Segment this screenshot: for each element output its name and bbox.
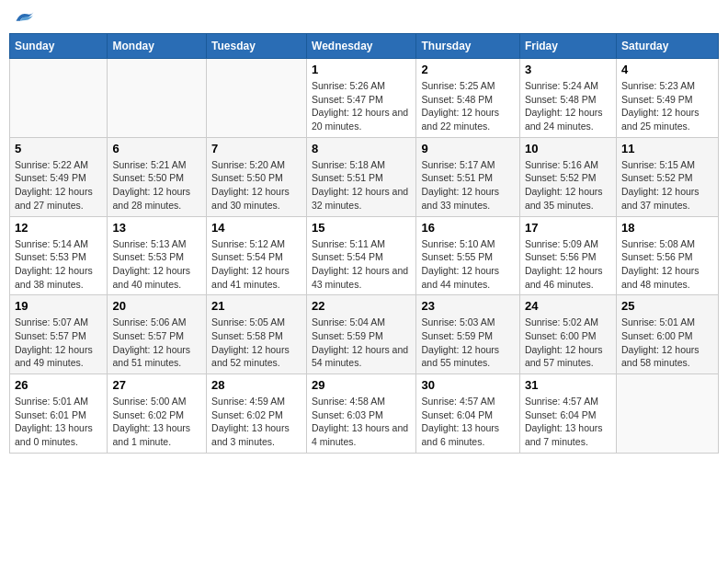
- sunrise-text: Sunrise: 4:57 AM: [525, 396, 598, 407]
- sunrise-text: Sunrise: 5:07 AM: [15, 316, 88, 327]
- sunrise-text: Sunrise: 5:15 AM: [621, 159, 695, 170]
- daylight-text: Daylight: 12 hours and 20 minutes.: [312, 107, 408, 132]
- calendar-cell: 5 Sunrise: 5:22 AM Sunset: 5:49 PM Dayli…: [10, 137, 108, 216]
- daylight-text: Daylight: 12 hours and 37 minutes.: [621, 186, 700, 211]
- daylight-text: Daylight: 12 hours and 32 minutes.: [312, 186, 408, 211]
- calendar-cell: 26 Sunrise: 5:01 AM Sunset: 6:01 PM Dayl…: [10, 374, 108, 454]
- sunrise-text: Sunrise: 5:09 AM: [525, 238, 598, 249]
- sunrise-text: Sunrise: 5:23 AM: [621, 80, 695, 91]
- day-info: Sunrise: 5:22 AM Sunset: 5:49 PM Dayligh…: [15, 158, 102, 213]
- day-number: 13: [112, 221, 201, 235]
- day-number: 7: [211, 142, 301, 155]
- day-info: Sunrise: 5:13 AM Sunset: 5:53 PM Dayligh…: [112, 237, 201, 292]
- calendar-cell: 11 Sunrise: 5:15 AM Sunset: 5:52 PM Dayl…: [616, 137, 718, 216]
- daylight-text: Daylight: 12 hours and 38 minutes.: [15, 265, 93, 290]
- calendar-cell: 27 Sunrise: 5:00 AM Sunset: 6:02 PM Dayl…: [108, 374, 207, 454]
- daylight-text: Daylight: 12 hours and 24 minutes.: [525, 107, 603, 132]
- calendar-cell: 9 Sunrise: 5:17 AM Sunset: 5:51 PM Dayli…: [416, 137, 519, 216]
- sunset-text: Sunset: 5:53 PM: [15, 251, 86, 262]
- sunset-text: Sunset: 5:59 PM: [312, 330, 383, 341]
- weekday-header-wednesday: Wednesday: [307, 34, 416, 59]
- calendar-cell: 24 Sunrise: 5:02 AM Sunset: 6:00 PM Dayl…: [519, 295, 616, 374]
- day-number: 9: [421, 142, 514, 155]
- day-info: Sunrise: 5:02 AM Sunset: 6:00 PM Dayligh…: [525, 316, 611, 370]
- sunset-text: Sunset: 6:04 PM: [421, 409, 493, 420]
- calendar-cell: 21 Sunrise: 5:05 AM Sunset: 5:58 PM Dayl…: [207, 295, 307, 374]
- sunrise-text: Sunrise: 5:08 AM: [621, 238, 695, 249]
- calendar-cell: 13 Sunrise: 5:13 AM Sunset: 5:53 PM Dayl…: [108, 216, 207, 295]
- daylight-text: Daylight: 12 hours and 40 minutes.: [112, 265, 190, 290]
- calendar-cell: [10, 59, 108, 138]
- sunrise-text: Sunrise: 5:11 AM: [312, 238, 385, 249]
- day-info: Sunrise: 4:57 AM Sunset: 6:04 PM Dayligh…: [525, 395, 611, 449]
- sunrise-text: Sunrise: 5:05 AM: [211, 316, 285, 327]
- day-info: Sunrise: 5:25 AM Sunset: 5:48 PM Dayligh…: [421, 79, 514, 133]
- day-number: 6: [112, 142, 201, 155]
- sunrise-text: Sunrise: 5:01 AM: [621, 316, 695, 327]
- sunset-text: Sunset: 6:02 PM: [211, 409, 283, 420]
- sunrise-text: Sunrise: 5:16 AM: [525, 159, 598, 170]
- day-number: 26: [15, 378, 102, 392]
- sunrise-text: Sunrise: 5:12 AM: [211, 238, 285, 249]
- sunset-text: Sunset: 5:54 PM: [312, 251, 383, 262]
- day-number: 17: [525, 221, 611, 235]
- daylight-text: Daylight: 13 hours and 4 minutes.: [312, 422, 408, 447]
- daylight-text: Daylight: 12 hours and 44 minutes.: [421, 265, 499, 290]
- sunset-text: Sunset: 6:00 PM: [621, 330, 693, 341]
- calendar-cell: 18 Sunrise: 5:08 AM Sunset: 5:56 PM Dayl…: [616, 216, 718, 295]
- sunrise-text: Sunrise: 5:01 AM: [15, 396, 88, 407]
- sunset-text: Sunset: 5:53 PM: [112, 251, 184, 262]
- sunrise-text: Sunrise: 5:25 AM: [421, 80, 495, 91]
- calendar-cell: 31 Sunrise: 4:57 AM Sunset: 6:04 PM Dayl…: [519, 374, 616, 454]
- day-number: 27: [112, 378, 201, 392]
- sunrise-text: Sunrise: 5:21 AM: [112, 159, 186, 170]
- sunset-text: Sunset: 6:00 PM: [525, 330, 597, 341]
- sunset-text: Sunset: 5:57 PM: [112, 330, 184, 341]
- daylight-text: Daylight: 12 hours and 51 minutes.: [112, 344, 190, 369]
- day-number: 11: [621, 142, 713, 155]
- calendar-cell: [616, 374, 718, 454]
- sunset-text: Sunset: 5:51 PM: [312, 172, 383, 183]
- day-info: Sunrise: 5:26 AM Sunset: 5:47 PM Dayligh…: [312, 79, 411, 133]
- calendar-cell: 16 Sunrise: 5:10 AM Sunset: 5:55 PM Dayl…: [416, 216, 519, 295]
- calendar-cell: 7 Sunrise: 5:20 AM Sunset: 5:50 PM Dayli…: [207, 137, 307, 216]
- day-info: Sunrise: 5:16 AM Sunset: 5:52 PM Dayligh…: [525, 158, 611, 213]
- day-number: 22: [312, 299, 411, 313]
- day-number: 21: [211, 299, 301, 313]
- logo: [13, 9, 35, 26]
- sunrise-text: Sunrise: 5:18 AM: [312, 159, 385, 170]
- sunset-text: Sunset: 5:51 PM: [421, 172, 493, 183]
- calendar-cell: 19 Sunrise: 5:07 AM Sunset: 5:57 PM Dayl…: [10, 295, 108, 374]
- day-number: 3: [525, 63, 611, 76]
- sunrise-text: Sunrise: 5:02 AM: [525, 316, 598, 327]
- day-info: Sunrise: 5:15 AM Sunset: 5:52 PM Dayligh…: [621, 158, 713, 213]
- daylight-text: Daylight: 13 hours and 6 minutes.: [421, 422, 499, 447]
- sunset-text: Sunset: 5:59 PM: [421, 330, 493, 341]
- day-info: Sunrise: 5:17 AM Sunset: 5:51 PM Dayligh…: [421, 158, 514, 213]
- day-info: Sunrise: 5:03 AM Sunset: 5:59 PM Dayligh…: [421, 316, 514, 370]
- calendar-cell: [108, 59, 207, 138]
- sunrise-text: Sunrise: 5:17 AM: [421, 159, 495, 170]
- day-info: Sunrise: 5:06 AM Sunset: 5:57 PM Dayligh…: [112, 316, 201, 370]
- day-number: 4: [621, 63, 713, 76]
- weekday-header-thursday: Thursday: [416, 34, 519, 59]
- page-header: [9, 9, 719, 26]
- logo-bird-icon: [15, 9, 35, 26]
- sunrise-text: Sunrise: 5:26 AM: [312, 80, 385, 91]
- day-number: 16: [421, 221, 514, 235]
- calendar-cell: 22 Sunrise: 5:04 AM Sunset: 5:59 PM Dayl…: [307, 295, 416, 374]
- calendar-cell: 3 Sunrise: 5:24 AM Sunset: 5:48 PM Dayli…: [519, 59, 616, 138]
- day-number: 1: [312, 63, 411, 76]
- sunrise-text: Sunrise: 5:20 AM: [211, 159, 285, 170]
- calendar-cell: 29 Sunrise: 4:58 AM Sunset: 6:03 PM Dayl…: [307, 374, 416, 454]
- sunrise-text: Sunrise: 5:24 AM: [525, 80, 598, 91]
- sunrise-text: Sunrise: 4:57 AM: [421, 396, 495, 407]
- sunrise-text: Sunrise: 5:00 AM: [112, 396, 186, 407]
- day-number: 29: [312, 378, 411, 392]
- day-info: Sunrise: 5:11 AM Sunset: 5:54 PM Dayligh…: [312, 237, 411, 292]
- calendar-cell: 25 Sunrise: 5:01 AM Sunset: 6:00 PM Dayl…: [616, 295, 718, 374]
- daylight-text: Daylight: 12 hours and 27 minutes.: [15, 186, 93, 211]
- sunset-text: Sunset: 6:03 PM: [312, 409, 383, 420]
- sunset-text: Sunset: 5:55 PM: [421, 251, 493, 262]
- daylight-text: Daylight: 12 hours and 52 minutes.: [211, 344, 290, 369]
